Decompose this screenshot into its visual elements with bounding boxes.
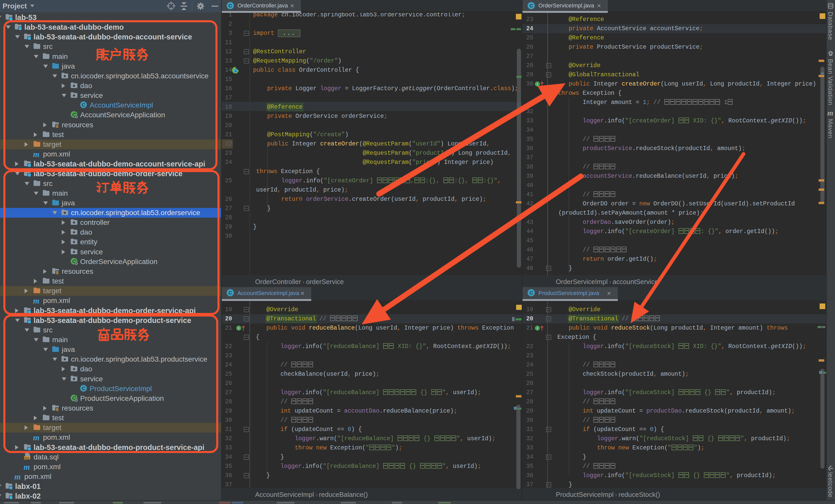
- svg-text:c: c: [235, 69, 237, 73]
- svg-text:C: C: [529, 290, 533, 296]
- svg-text:SQL: SQL: [24, 456, 30, 460]
- svg-text:C: C: [529, 3, 533, 8]
- svg-text:C: C: [82, 102, 85, 107]
- svg-text:C: C: [228, 3, 232, 8]
- svg-text:I: I: [537, 82, 538, 86]
- svg-text:I: I: [238, 326, 239, 330]
- svg-text:C: C: [228, 290, 232, 296]
- svg-text:C: C: [82, 386, 85, 391]
- svg-text:I: I: [537, 326, 538, 330]
